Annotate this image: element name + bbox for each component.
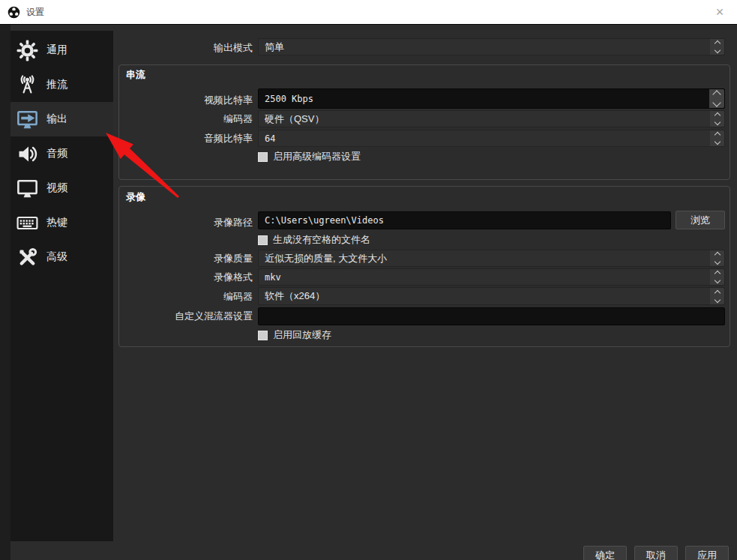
sidebar-item-output[interactable]: 输出 — [10, 102, 113, 136]
advanced-encoder-checkbox-row[interactable]: 启用高级编码器设置 — [258, 150, 361, 163]
titlebar: 设置 × — [0, 0, 737, 25]
video-bitrate-value: 2500 Kbps — [259, 94, 709, 104]
stream-encoder-value: 硬件（QSV） — [259, 112, 710, 126]
audio-bitrate-label: 音频比特率 — [110, 132, 253, 145]
broadcast-icon — [16, 73, 39, 97]
sidebar-item-general[interactable]: 通用 — [10, 33, 113, 67]
replay-buffer-checkbox — [258, 331, 268, 340]
apply-button[interactable]: 应用 — [685, 546, 729, 560]
video-bitrate-spinbox[interactable]: 2500 Kbps — [258, 88, 725, 109]
sidebar-item-label: 推流 — [46, 78, 67, 91]
spinner-updown-icon[interactable] — [709, 89, 724, 108]
audio-bitrate-value: 64 — [259, 133, 710, 144]
sidebar-item-label: 高级 — [46, 250, 67, 264]
advanced-encoder-checkbox-label: 启用高级编码器设置 — [273, 150, 361, 163]
sidebar-item-hotkeys[interactable]: 热键 — [10, 205, 113, 240]
speaker-icon — [16, 142, 39, 166]
keyboard-icon — [16, 211, 39, 235]
output-mode-select[interactable]: 简单 — [258, 38, 725, 55]
stream-encoder-select[interactable]: 硬件（QSV） — [258, 110, 725, 127]
sidebar-item-stream[interactable]: 推流 — [10, 67, 113, 102]
output-mode-value: 简单 — [259, 40, 710, 54]
streaming-group-title: 串流 — [126, 68, 145, 82]
recording-format-value: mkv — [259, 272, 710, 283]
sidebar-item-video[interactable]: 视频 — [10, 171, 113, 205]
recording-encoder-value: 软件（x264） — [259, 289, 710, 303]
audio-bitrate-select[interactable]: 64 — [258, 130, 725, 147]
recording-quality-label: 录像质量 — [110, 252, 253, 265]
monitor-icon — [16, 177, 39, 200]
chevron-updown-icon — [710, 130, 724, 146]
recording-encoder-select[interactable]: 软件（x264） — [258, 287, 725, 305]
chevron-updown-icon — [710, 269, 724, 285]
sidebar-item-label: 视频 — [46, 181, 67, 195]
video-bitrate-label: 视频比特率 — [110, 94, 253, 107]
sidebar-item-label: 通用 — [46, 43, 67, 57]
no-space-filename-checkbox-row[interactable]: 生成没有空格的文件名 — [258, 233, 370, 247]
stream-encoder-label: 编码器 — [110, 112, 253, 126]
sidebar-item-label: 热键 — [46, 216, 67, 229]
cancel-button[interactable]: 取消 — [634, 546, 678, 560]
muxer-settings-input[interactable] — [258, 307, 725, 325]
output-mode-label: 输出模式 — [110, 41, 253, 55]
muxer-settings-label: 自定义混流器设置 — [110, 310, 253, 323]
recording-group-title: 录像 — [126, 190, 145, 204]
chevron-updown-icon — [710, 111, 724, 127]
chevron-updown-icon — [710, 288, 724, 304]
obs-logo-icon — [7, 6, 20, 19]
advanced-encoder-checkbox — [258, 152, 268, 162]
recording-quality-value: 近似无损的质量, 大文件大小 — [259, 252, 710, 265]
replay-buffer-checkbox-row[interactable]: 启用回放缓存 — [258, 328, 331, 342]
sidebar-item-advanced[interactable]: 高级 — [10, 240, 113, 274]
ok-button[interactable]: 确定 — [583, 546, 627, 560]
recording-path-value: C:\Users\ugreen\Videos — [259, 215, 384, 226]
sidebar-item-label: 音频 — [46, 147, 67, 160]
settings-sidebar: 通用 推流 输出 — [10, 31, 113, 541]
no-space-filename-checkbox — [258, 235, 268, 245]
recording-quality-select[interactable]: 近似无损的质量, 大文件大小 — [258, 250, 725, 267]
sidebar-item-audio[interactable]: 音频 — [10, 136, 113, 171]
window-title: 设置 — [26, 6, 44, 19]
sidebar-item-label: 输出 — [46, 112, 67, 126]
browse-button[interactable]: 浏览 — [676, 211, 725, 229]
recording-encoder-label: 编码器 — [110, 290, 253, 304]
recording-format-label: 录像格式 — [110, 271, 253, 284]
chevron-updown-icon — [710, 39, 724, 55]
output-monitor-arrow-icon — [16, 108, 39, 131]
close-icon[interactable]: × — [709, 0, 731, 24]
no-space-filename-checkbox-label: 生成没有空格的文件名 — [273, 233, 370, 247]
window-left-edge — [0, 25, 10, 560]
recording-format-select[interactable]: mkv — [258, 268, 725, 286]
tools-icon — [16, 246, 39, 269]
recording-path-label: 录像路径 — [110, 216, 253, 229]
chevron-updown-icon — [710, 250, 724, 266]
gear-icon — [16, 39, 39, 62]
recording-path-input[interactable]: C:\Users\ugreen\Videos — [258, 211, 671, 229]
replay-buffer-checkbox-label: 启用回放缓存 — [273, 328, 331, 342]
